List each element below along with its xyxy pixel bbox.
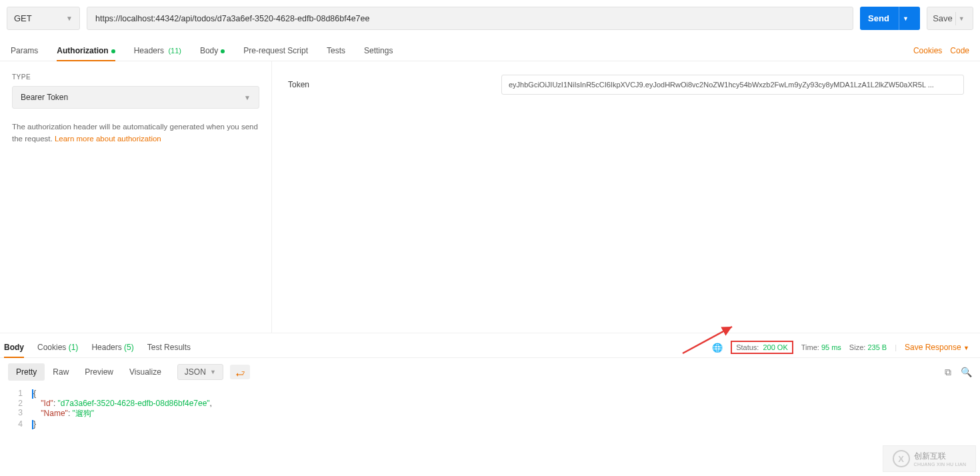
watermark: X 创新互联 CHUANG XIN HU LIAN: [883, 445, 976, 472]
method-select[interactable]: GET ▼: [7, 7, 80, 30]
auth-help-text: The authorization header will be automat…: [12, 121, 259, 145]
method-value: GET: [14, 13, 32, 23]
chevron-down-icon[interactable]: ▼: [955, 12, 967, 25]
response-tabs-row: Body Cookies (1) Headers (5) Test Result…: [0, 333, 980, 358]
auth-fields-panel: Token: [272, 61, 980, 333]
editor-line: 3 "Name": "遛狗": [0, 408, 980, 419]
token-row: Token: [288, 75, 964, 95]
send-button[interactable]: Send ▼: [860, 7, 920, 30]
editor-line: 4 }: [0, 419, 980, 429]
status-badge: Status: 200 OK: [731, 341, 793, 354]
request-right-links: Cookies Code: [913, 46, 969, 55]
token-label: Token: [288, 80, 488, 89]
status-dot-icon: [221, 49, 225, 53]
time-meta: Time: 95 ms: [801, 343, 841, 351]
tab-prerequest[interactable]: Pre-request Script: [243, 41, 308, 61]
authorization-panel: TYPE Bearer Token ▼ The authorization he…: [0, 61, 980, 333]
cookies-link[interactable]: Cookies: [913, 46, 942, 55]
copy-icon[interactable]: ⧉: [945, 367, 951, 378]
save-response-link[interactable]: Save Response ▼: [905, 343, 969, 352]
tab-tests[interactable]: Tests: [327, 41, 345, 61]
auth-type-panel: TYPE Bearer Token ▼ The authorization he…: [0, 61, 272, 333]
chevron-down-icon[interactable]: ▼: [899, 7, 912, 30]
chevron-down-icon: ▼: [66, 15, 73, 22]
tab-test-results[interactable]: Test Results: [147, 337, 191, 357]
editor-line: 2 "Id": "d7a3a6ef-3520-4628-edfb-08d86bf…: [0, 399, 980, 408]
request-bar: GET ▼ Send ▼ Save ▼: [0, 0, 980, 37]
editor-line: 1 {: [0, 389, 980, 399]
tab-body[interactable]: Body: [200, 41, 225, 61]
response-editor[interactable]: 1 { 2 "Id": "d7a3a6ef-3520-4628-edfb-08d…: [0, 386, 980, 432]
globe-icon[interactable]: 🌐: [712, 343, 723, 353]
wrap-line-button[interactable]: [230, 365, 250, 379]
response-toolbar-right: ⧉ 🔍: [945, 367, 972, 378]
auth-type-select[interactable]: Bearer Token ▼: [12, 86, 259, 109]
token-input[interactable]: [501, 75, 964, 95]
auth-type-value: Bearer Token: [21, 93, 68, 102]
url-input[interactable]: [87, 7, 853, 30]
search-icon[interactable]: 🔍: [961, 367, 972, 378]
status-dot-icon: [111, 49, 115, 53]
type-label: TYPE: [12, 73, 259, 81]
code-link[interactable]: Code: [950, 46, 969, 55]
request-tabs: Params Authorization Headers (11) Body P…: [0, 37, 980, 61]
save-button[interactable]: Save ▼: [927, 7, 973, 30]
tab-settings[interactable]: Settings: [364, 41, 393, 61]
visualize-button[interactable]: Visualize: [121, 363, 169, 381]
tab-params[interactable]: Params: [11, 41, 38, 61]
response-toolbar: Pretty Raw Preview Visualize JSON ▼ ⧉ 🔍: [0, 358, 980, 386]
tab-response-headers[interactable]: Headers (5): [91, 337, 133, 357]
save-label: Save: [933, 13, 953, 23]
pretty-button[interactable]: Pretty: [8, 363, 45, 381]
tab-authorization[interactable]: Authorization: [57, 41, 115, 61]
send-label: Send: [868, 13, 889, 23]
format-select[interactable]: JSON ▼: [177, 364, 223, 380]
response-meta: 🌐 Status: 200 OK Time: 95 ms Size: 235 B…: [712, 341, 969, 354]
watermark-logo-icon: X: [893, 450, 910, 467]
response-tabs: Body Cookies (1) Headers (5) Test Result…: [4, 337, 191, 357]
wrap-icon: [235, 368, 245, 376]
raw-button[interactable]: Raw: [45, 363, 77, 381]
size-meta: Size: 235 B: [849, 343, 887, 351]
tab-response-body[interactable]: Body: [4, 337, 24, 357]
preview-button[interactable]: Preview: [77, 363, 121, 381]
chevron-down-icon: ▼: [244, 94, 251, 101]
tab-headers[interactable]: Headers (11): [134, 41, 181, 61]
chevron-down-icon: ▼: [210, 369, 216, 375]
tab-response-cookies[interactable]: Cookies (1): [37, 337, 78, 357]
learn-more-link[interactable]: Learn more about authorization: [55, 135, 161, 143]
